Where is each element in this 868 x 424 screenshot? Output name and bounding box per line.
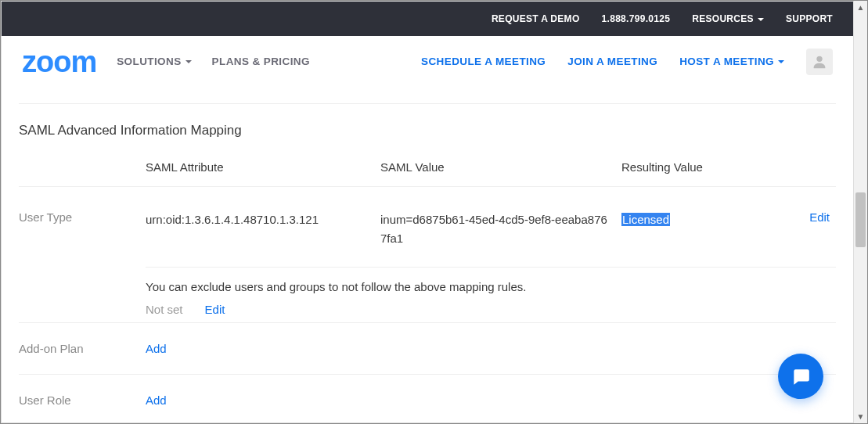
support-link[interactable]: SUPPORT bbox=[786, 13, 833, 24]
request-demo-link[interactable]: REQUEST A DEMO bbox=[492, 13, 580, 24]
scrollbar-thumb[interactable] bbox=[855, 192, 866, 247]
scroll-up-arrow-icon[interactable]: ▲ bbox=[854, 1, 867, 14]
resources-label: RESOURCES bbox=[692, 13, 754, 24]
row-data: urn:oid:1.3.6.1.4.1.48710.1.3.121 inum=d… bbox=[146, 210, 836, 248]
exclusion-edit-link[interactable]: Edit bbox=[205, 303, 225, 316]
add-user-role-link[interactable]: Add bbox=[146, 393, 167, 407]
scroll-down-arrow-icon[interactable]: ▼ bbox=[854, 410, 867, 423]
row-label-user-type: User Type bbox=[19, 210, 146, 322]
divider bbox=[19, 103, 836, 104]
exclusion-description: You can exclude users and groups to not … bbox=[146, 280, 836, 293]
host-meeting-label: HOST A MEETING bbox=[679, 56, 774, 67]
add-addon-plan-link[interactable]: Add bbox=[146, 342, 167, 355]
page-viewport: REQUEST A DEMO 1.888.799.0125 RESOURCES … bbox=[1, 1, 854, 423]
content-area: SAML Advanced Information Mapping SAML A… bbox=[2, 88, 853, 407]
nav-right: SCHEDULE A MEETING JOIN A MEETING HOST A… bbox=[421, 49, 833, 75]
chat-bubble-icon bbox=[791, 366, 811, 386]
scrollbar-track[interactable] bbox=[854, 14, 867, 410]
header-resulting-value: Resulting Value bbox=[621, 160, 836, 174]
saml-value-value: inum=d6875b61-45ed-4cd5-9ef8-eeaba8767fa… bbox=[380, 210, 621, 248]
plans-pricing-link[interactable]: PLANS & PRICING bbox=[212, 56, 310, 67]
row-user-role: User Role Add bbox=[19, 374, 836, 407]
svg-point-0 bbox=[816, 56, 822, 61]
chevron-down-icon bbox=[778, 60, 784, 63]
saml-attribute-value: urn:oid:1.3.6.1.4.1.48710.1.3.121 bbox=[146, 210, 380, 229]
exclusion-section: You can exclude users and groups to not … bbox=[146, 267, 836, 322]
solutions-label: SOLUTIONS bbox=[117, 56, 181, 67]
resources-menu[interactable]: RESOURCES bbox=[692, 13, 764, 24]
chevron-down-icon bbox=[185, 60, 192, 63]
avatar[interactable] bbox=[806, 49, 833, 75]
main-nav: zoom SOLUTIONS PLANS & PRICING SCHEDULE … bbox=[2, 36, 853, 88]
person-icon bbox=[811, 53, 828, 70]
header-saml-attribute: SAML Attribute bbox=[146, 160, 380, 174]
table-headers: SAML Attribute SAML Value Resulting Valu… bbox=[19, 160, 836, 187]
edit-user-type-link[interactable]: Edit bbox=[809, 210, 836, 224]
zoom-logo[interactable]: zoom bbox=[22, 47, 96, 77]
host-meeting-menu[interactable]: HOST A MEETING bbox=[679, 56, 784, 67]
solutions-menu[interactable]: SOLUTIONS bbox=[117, 56, 191, 67]
resulting-value-licensed: Licensed bbox=[621, 213, 670, 226]
row-label-addon-plan: Add-on Plan bbox=[19, 342, 146, 355]
row-body: urn:oid:1.3.6.1.4.1.48710.1.3.121 inum=d… bbox=[146, 210, 836, 322]
exclusion-row: Not set Edit bbox=[146, 303, 836, 316]
section-title: SAML Advanced Information Mapping bbox=[19, 123, 836, 138]
schedule-meeting-link[interactable]: SCHEDULE A MEETING bbox=[421, 56, 546, 67]
vertical-scrollbar[interactable]: ▲ ▼ bbox=[854, 1, 867, 423]
row-user-type: User Type urn:oid:1.3.6.1.4.1.48710.1.3.… bbox=[19, 187, 836, 322]
header-saml-value: SAML Value bbox=[380, 160, 621, 174]
exclusion-status: Not set bbox=[146, 303, 183, 316]
phone-number[interactable]: 1.888.799.0125 bbox=[602, 13, 671, 24]
row-addon-plan: Add-on Plan Add bbox=[19, 322, 836, 374]
resulting-value: Licensed bbox=[621, 210, 670, 229]
chat-fab-button[interactable] bbox=[778, 354, 823, 399]
row-label-user-role: User Role bbox=[19, 393, 146, 407]
chevron-down-icon bbox=[758, 18, 764, 21]
join-meeting-link[interactable]: JOIN A MEETING bbox=[567, 56, 657, 67]
utility-topbar: REQUEST A DEMO 1.888.799.0125 RESOURCES … bbox=[2, 2, 853, 36]
